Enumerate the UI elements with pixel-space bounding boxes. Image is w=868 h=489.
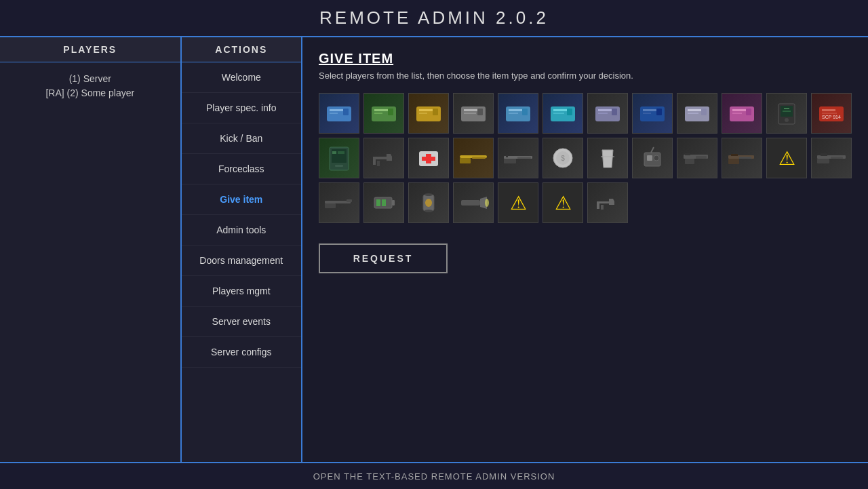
items-row-1: SCP 914	[319, 93, 852, 134]
warning-icon: ⚠	[555, 192, 572, 214]
item-slot[interactable]	[408, 93, 449, 134]
svg-rect-38	[732, 113, 742, 114]
menu-kick-ban[interactable]: Kick / Ban	[182, 123, 301, 154]
menu-welcome[interactable]: Welcome	[182, 62, 301, 93]
item-slot[interactable]	[408, 182, 449, 223]
svg-point-97	[485, 199, 489, 207]
player2-name: [RA] (2) Some player	[11, 86, 170, 100]
item-slot[interactable]	[632, 138, 673, 178]
svg-rect-51	[335, 165, 343, 167]
svg-point-71	[654, 155, 659, 161]
svg-rect-39	[746, 109, 751, 115]
item-slot[interactable]	[677, 138, 717, 178]
actions-header: ACTIONS	[182, 37, 301, 62]
item-slot[interactable]	[363, 182, 404, 223]
menu-server-events[interactable]: Server events	[182, 307, 301, 337]
svg-rect-86	[325, 203, 336, 208]
svg-rect-60	[472, 157, 486, 159]
item-slot[interactable]	[363, 138, 404, 178]
section-title: GIVE ITEM	[319, 51, 852, 66]
item-slot[interactable]	[319, 182, 359, 223]
player-entry[interactable]: (1) Server [RA] (2) Some player	[0, 62, 180, 110]
svg-rect-78	[728, 159, 739, 164]
item-slot-warning[interactable]: ⚠	[766, 138, 807, 178]
svg-rect-27	[612, 109, 617, 115]
svg-rect-3	[343, 109, 349, 115]
item-slot[interactable]	[587, 182, 628, 223]
svg-rect-54	[377, 161, 380, 166]
svg-rect-64	[506, 155, 508, 157]
item-slot[interactable]	[498, 93, 538, 134]
menu-server-configs[interactable]: Server configs	[182, 337, 301, 368]
item-slot[interactable]	[319, 138, 359, 178]
menu-players-mgmt[interactable]: Players mgmt	[182, 276, 301, 307]
item-slot-warning[interactable]: ⚠	[542, 182, 583, 223]
item-slot-warning[interactable]: ⚠	[498, 182, 538, 223]
item-slot[interactable]	[498, 138, 538, 178]
items-row-2: $ ⚠	[319, 138, 852, 178]
menu-admin-tools[interactable]: Admin tools	[182, 215, 301, 246]
svg-rect-9	[419, 109, 433, 111]
item-slot[interactable]	[542, 93, 583, 134]
svg-rect-82	[817, 159, 829, 163]
svg-rect-29	[643, 109, 656, 111]
svg-text:SCP 914: SCP 914	[822, 115, 841, 119]
svg-rect-13	[464, 109, 477, 111]
item-slot[interactable]	[319, 93, 359, 134]
item-slot[interactable]	[722, 93, 762, 134]
svg-rect-44	[783, 111, 791, 112]
svg-point-95	[425, 199, 432, 207]
svg-rect-76	[685, 153, 690, 155]
item-slot[interactable]	[453, 93, 494, 134]
menu-give-item[interactable]: Give item	[182, 184, 301, 215]
svg-rect-1	[330, 109, 343, 111]
svg-line-72	[651, 147, 654, 153]
item-slot[interactable]	[587, 93, 628, 134]
svg-rect-75	[696, 156, 707, 159]
item-slot[interactable]	[632, 93, 673, 134]
item-slot[interactable]	[587, 138, 628, 178]
warning-icon: ⚠	[778, 147, 795, 170]
svg-point-42	[785, 118, 789, 122]
svg-rect-19	[522, 109, 528, 115]
item-slot[interactable]	[453, 138, 494, 178]
bottom-bar[interactable]: OPEN THE TEXT-BASED REMOTE ADMIN VERSION	[0, 462, 868, 489]
menu-player-spec[interactable]: Player spec. info	[182, 93, 301, 123]
svg-rect-35	[701, 109, 707, 115]
svg-rect-98	[601, 205, 604, 210]
players-panel: PLAYERS (1) Server [RA] (2) Some player	[0, 37, 182, 462]
svg-point-93	[425, 210, 433, 212]
menu-forceclass[interactable]: Forceclass	[182, 154, 301, 184]
svg-rect-87	[347, 199, 352, 202]
item-slot[interactable]	[811, 138, 852, 178]
svg-rect-46	[822, 109, 835, 111]
item-slot[interactable]	[766, 93, 807, 134]
item-slot[interactable]	[408, 138, 449, 178]
svg-rect-10	[419, 113, 427, 114]
svg-rect-2	[330, 113, 338, 114]
svg-rect-37	[732, 109, 746, 111]
svg-rect-53	[338, 151, 344, 154]
item-slot[interactable]: SCP 914	[811, 93, 852, 134]
svg-rect-14	[464, 113, 476, 114]
item-slot[interactable]	[363, 93, 404, 134]
svg-rect-5	[374, 109, 388, 111]
svg-rect-70	[647, 155, 652, 161]
svg-rect-33	[688, 109, 701, 111]
svg-rect-15	[477, 109, 483, 115]
svg-rect-31	[656, 109, 662, 115]
item-slot[interactable]	[722, 138, 762, 178]
item-slot[interactable]	[453, 182, 494, 223]
request-button[interactable]: REQUEST	[319, 243, 448, 273]
menu-doors[interactable]: Doors management	[182, 246, 301, 276]
app-title: REMOTE ADMIN 2.0.2	[319, 7, 549, 28]
item-slot[interactable]	[677, 93, 717, 134]
svg-point-94	[425, 193, 433, 196]
actions-panel: ACTIONS Welcome Player spec. info Kick /…	[182, 37, 302, 462]
svg-rect-57	[422, 157, 435, 161]
svg-rect-26	[598, 113, 608, 114]
items-row-3: ⚠ ⚠	[319, 182, 852, 223]
players-header: PLAYERS	[0, 37, 180, 62]
item-slot[interactable]: $	[542, 138, 583, 178]
svg-rect-52	[332, 151, 336, 154]
